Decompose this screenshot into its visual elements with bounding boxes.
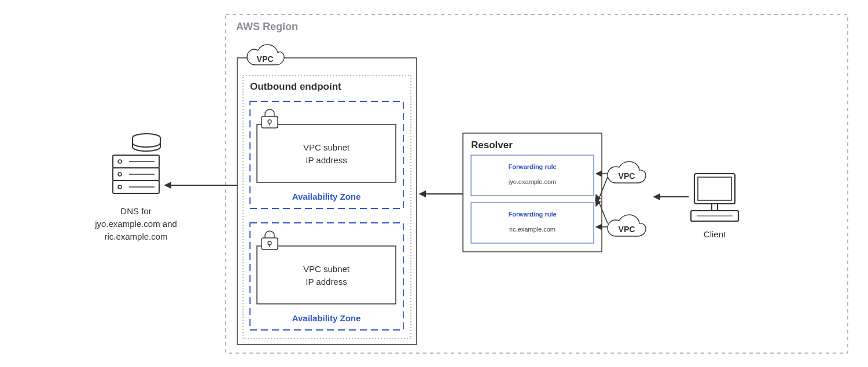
svg-rect-3	[262, 238, 278, 249]
outbound-endpoint-label: Outbound endpoint	[250, 81, 341, 92]
forwarding-rule-1-box	[471, 155, 594, 196]
forwarding-rule-1-domain: jyo.example.com	[508, 178, 557, 185]
dns-caption-1: DNS for	[120, 206, 151, 216]
lock-icon	[262, 231, 278, 249]
svg-rect-9	[698, 177, 731, 200]
subnet-1-box	[257, 124, 396, 182]
client-icon	[691, 174, 738, 221]
svg-rect-0	[262, 116, 278, 128]
lock-icon	[262, 109, 278, 128]
architecture-diagram: AWS Region VPC Outbound endpoint VPC sub…	[0, 0, 868, 367]
svg-text:VPC: VPC	[619, 225, 635, 234]
forwarding-rule-2-box	[471, 203, 594, 243]
subnet-1-line2: IP address	[306, 155, 347, 165]
subnet-2-line1: VPC subnet	[303, 264, 350, 274]
subnet-2-box	[257, 246, 396, 304]
aws-region-label: AWS Region	[236, 21, 298, 32]
subnet-2-line2: IP address	[306, 277, 347, 287]
resolver-vpc-cloud-1: VPC	[608, 162, 646, 183]
dns-caption-2: jyo.example.com and	[94, 219, 177, 229]
forwarding-rule-1-title: Forwarding rule	[508, 163, 556, 170]
availability-zone-2: VPC subnet IP address Availability Zone	[250, 223, 403, 330]
forwarding-rule-2-domain: ric.example.com	[509, 226, 556, 233]
client-label: Client	[704, 229, 726, 239]
az-1-label: Availability Zone	[292, 192, 361, 201]
vpc-cloud-label: VPC	[257, 54, 274, 64]
availability-zone-1: VPC subnet IP address Availability Zone	[250, 101, 403, 208]
resolver-label: Resolver	[471, 140, 513, 151]
subnet-1-line1: VPC subnet	[303, 142, 350, 152]
vpc-cloud-badge: VPC	[247, 45, 284, 65]
svg-text:VPC: VPC	[619, 171, 635, 181]
dns-caption-3: ric.example.com	[104, 232, 167, 241]
resolver-group: Resolver Forwarding rule jyo.example.com…	[463, 133, 602, 252]
svg-rect-10	[712, 204, 718, 211]
database-server-icon	[113, 134, 160, 193]
forwarding-rule-2-title: Forwarding rule	[508, 211, 556, 218]
az-2-label: Availability Zone	[292, 313, 361, 323]
resolver-vpc-cloud-2: VPC	[608, 215, 646, 236]
